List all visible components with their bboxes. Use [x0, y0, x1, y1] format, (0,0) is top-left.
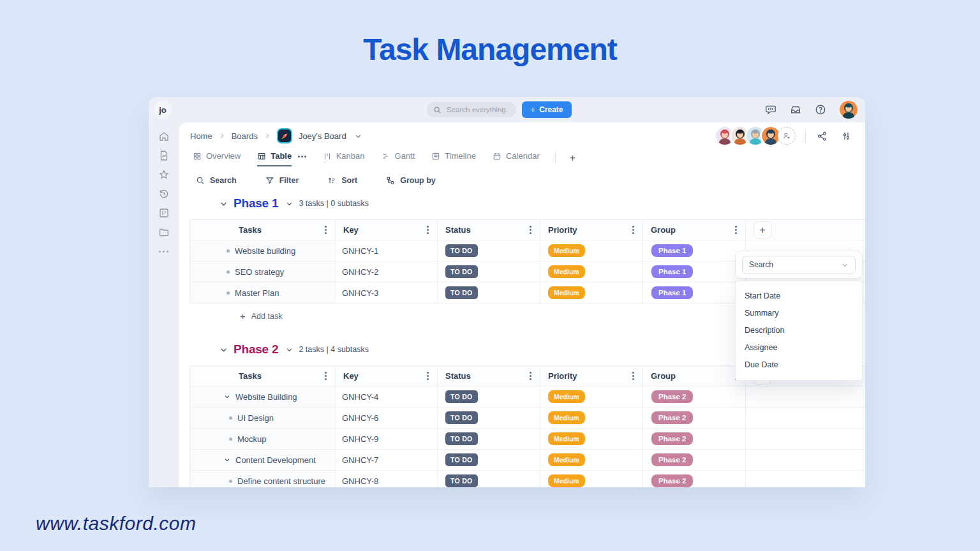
global-search-input[interactable] [445, 105, 510, 114]
group-badge[interactable]: Phase 2 [651, 432, 693, 445]
column-menu-icon[interactable] [528, 224, 533, 236]
priority-badge[interactable]: Medium [548, 474, 585, 487]
task-name[interactable]: Master Plan [235, 288, 279, 298]
board-icon[interactable] [158, 207, 170, 219]
chevron-down-icon[interactable] [224, 457, 230, 463]
status-badge[interactable]: TO DO [445, 244, 478, 257]
star-icon[interactable] [158, 169, 170, 180]
status-badge[interactable]: TO DO [445, 453, 478, 466]
chevron-down-icon[interactable] [219, 200, 228, 208]
folder-icon[interactable] [158, 226, 170, 238]
status-badge[interactable]: TO DO [445, 411, 478, 424]
column-menu-icon[interactable] [425, 370, 431, 382]
column-menu-icon[interactable] [630, 224, 636, 236]
table-row[interactable]: Website BuildingGNHCY-4TO DOMediumPhase … [190, 386, 865, 408]
user-avatar[interactable] [840, 101, 858, 119]
tab-options-icon[interactable] [298, 151, 306, 158]
group-name[interactable]: Phase 1 [234, 196, 278, 210]
task-name[interactable]: Content Development [235, 455, 316, 465]
table-row[interactable]: Content DevelopmentGNHCY-7TO DOMediumPha… [190, 450, 865, 471]
home-icon[interactable] [158, 131, 170, 142]
table-row[interactable]: UI DesignGNHCY-6TO DOMediumPhase 2 [190, 408, 865, 429]
column-menu-icon[interactable] [733, 224, 739, 236]
group-badge[interactable]: Phase 2 [651, 411, 693, 424]
dropdown-option[interactable]: Summary [736, 304, 862, 321]
group-name[interactable]: Phase 2 [234, 342, 278, 356]
top-bar: jo + Create [149, 97, 865, 122]
history-icon[interactable] [158, 188, 170, 200]
status-badge[interactable]: TO DO [445, 286, 478, 299]
priority-badge[interactable]: Medium [548, 286, 585, 299]
table-row[interactable]: Define content structureGNHCY-8TO DOMedi… [190, 471, 865, 487]
task-name[interactable]: UI Design [237, 413, 274, 423]
chevron-down-icon[interactable] [355, 133, 362, 140]
chevron-down-icon[interactable] [224, 393, 230, 400]
chat-icon[interactable] [765, 104, 776, 115]
group-badge[interactable]: Phase 2 [651, 453, 693, 466]
column-menu-icon[interactable] [528, 370, 533, 382]
tab-timeline[interactable]: Timeline [431, 151, 476, 165]
priority-badge[interactable]: Medium [548, 265, 585, 278]
priority-badge[interactable]: Medium [548, 411, 585, 424]
tab-table[interactable]: Table [257, 151, 292, 166]
tab-calendar[interactable]: Calendar [493, 151, 540, 165]
column-menu-icon[interactable] [425, 224, 431, 236]
dropdown-option[interactable]: Assignee [736, 339, 862, 356]
tab-gantt[interactable]: Gantt [382, 151, 415, 165]
column-menu-icon[interactable] [630, 370, 636, 382]
task-name[interactable]: Define content structure [237, 476, 325, 486]
breadcrumb-home[interactable]: Home [190, 131, 212, 141]
column-menu-icon[interactable] [323, 370, 329, 382]
chevron-down-icon[interactable] [219, 346, 228, 354]
help-icon[interactable] [815, 104, 826, 115]
chevron-down-icon[interactable] [286, 346, 293, 353]
add-view-button[interactable]: + [570, 151, 575, 164]
priority-badge[interactable]: Medium [548, 244, 585, 257]
task-name[interactable]: SEO strategy [235, 267, 284, 277]
status-badge[interactable]: TO DO [445, 474, 478, 487]
workspace-logo[interactable]: jo [154, 101, 172, 119]
priority-badge[interactable]: Medium [548, 453, 585, 466]
dropdown-option[interactable]: Start Date [736, 287, 862, 304]
share-icon[interactable] [815, 131, 828, 142]
table-row[interactable]: MockupGNHCY-9TO DOMediumPhase 2 [190, 429, 865, 450]
status-badge[interactable]: TO DO [445, 265, 478, 278]
group-badge[interactable]: Phase 1 [651, 265, 693, 278]
more-icon[interactable] [159, 251, 168, 253]
group-badge[interactable]: Phase 1 [651, 286, 693, 299]
inbox-icon[interactable] [790, 104, 801, 115]
plus-icon: + [530, 105, 535, 115]
task-name[interactable]: Website building [235, 246, 295, 256]
column-header-priority: Priority [548, 225, 577, 235]
group-badge[interactable]: Phase 1 [651, 244, 693, 257]
task-key: GNHCY-4 [342, 392, 378, 402]
create-button[interactable]: + Create [522, 101, 572, 118]
dropdown-option[interactable]: Description [736, 321, 862, 339]
priority-badge[interactable]: Medium [548, 432, 585, 445]
dropdown-option[interactable]: Due Date [736, 356, 862, 373]
breadcrumb-boards[interactable]: Boards [232, 131, 258, 141]
tab-overview[interactable]: Overview [193, 151, 241, 165]
toolbar-sort[interactable]: Sort [327, 176, 357, 185]
search-icon [196, 176, 205, 185]
chevron-down-icon[interactable] [286, 200, 293, 207]
invite-user-button[interactable] [778, 127, 796, 145]
breadcrumb-board-name[interactable]: Joey's Board [299, 131, 346, 141]
toolbar-group-by[interactable]: Group by [386, 176, 436, 185]
group-badge[interactable]: Phase 2 [651, 474, 693, 487]
status-badge[interactable]: TO DO [445, 390, 478, 403]
global-search[interactable] [427, 102, 516, 117]
report-icon[interactable] [158, 150, 170, 161]
toolbar-filter[interactable]: Filter [265, 176, 299, 185]
column-menu-icon[interactable] [323, 224, 329, 236]
tab-kanban[interactable]: Kanban [323, 151, 365, 165]
group-badge[interactable]: Phase 2 [651, 390, 693, 403]
add-column-button[interactable]: + [754, 221, 771, 239]
task-name[interactable]: Website Building [235, 392, 297, 402]
status-badge[interactable]: TO DO [445, 432, 478, 445]
dropdown-search-select[interactable]: Search [742, 256, 856, 274]
task-name[interactable]: Mockup [237, 434, 267, 444]
toolbar-search[interactable]: Search [196, 176, 237, 185]
settings-sliders-icon[interactable] [840, 131, 852, 142]
priority-badge[interactable]: Medium [548, 390, 585, 403]
